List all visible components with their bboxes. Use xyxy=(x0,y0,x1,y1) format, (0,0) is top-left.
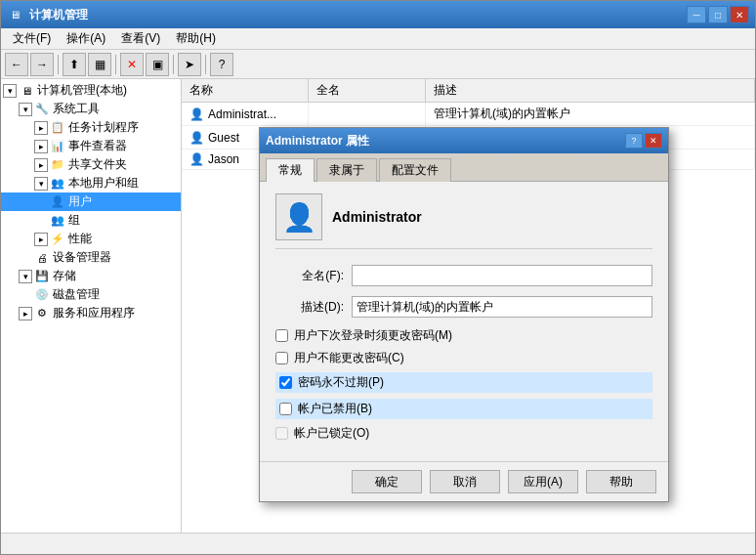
ok-button[interactable]: 确定 xyxy=(352,470,422,493)
properties-button[interactable]: ▣ xyxy=(146,53,169,76)
account-disabled-label: 帐户已禁用(B) xyxy=(298,401,372,417)
groups-icon: 👥 xyxy=(50,213,65,229)
separator-1 xyxy=(58,55,59,74)
desc-label: 描述(D): xyxy=(275,299,344,316)
admin-fullname xyxy=(309,103,426,125)
desc-input[interactable] xyxy=(352,296,652,318)
tree-label-services-apps: 服务和应用程序 xyxy=(53,305,135,321)
forward-button[interactable]: → xyxy=(30,53,54,76)
list-row-admin[interactable]: 👤 Administrat... 管理计算机(域)的内置帐户 xyxy=(182,103,755,126)
cancel-button[interactable]: 取消 xyxy=(430,470,500,493)
cannot-change-pwd-checkbox[interactable] xyxy=(275,352,288,364)
tree-item-event-viewer[interactable]: ▸ 📊 事件查看器 xyxy=(1,137,181,155)
export-button[interactable]: ➤ xyxy=(178,53,201,76)
tree-item-disk-mgmt[interactable]: 💿 磁盘管理 xyxy=(1,285,181,304)
expand-shared-folders[interactable]: ▸ xyxy=(34,158,48,172)
device-mgr-icon: 🖨 xyxy=(34,250,50,266)
dialog-close-button[interactable]: ✕ xyxy=(645,133,662,149)
tree-item-services-apps[interactable]: ▸ ⚙ 服务和应用程序 xyxy=(1,304,181,322)
tab-general[interactable]: 常规 xyxy=(266,158,315,182)
avatar: 👤 xyxy=(275,193,322,240)
jason-name: Jason xyxy=(208,152,239,166)
menu-help[interactable]: 帮助(H) xyxy=(168,28,224,49)
checkbox-row-5: 帐户已锁定(O) xyxy=(275,425,652,442)
minimize-button[interactable]: ─ xyxy=(687,6,706,23)
tree-item-shared-folders[interactable]: ▸ 📁 共享文件夹 xyxy=(1,155,181,174)
checkbox-row-1: 用户下次登录时须更改密码(M) xyxy=(275,327,652,344)
dialog-content: 👤 Administrator 全名(F): 描述(D): 用户下次登录时须更改… xyxy=(260,182,668,461)
expand-services-apps[interactable]: ▸ xyxy=(19,307,32,320)
delete-button[interactable]: ✕ xyxy=(120,53,144,76)
tree-item-performance[interactable]: ▸ ⚡ 性能 xyxy=(1,230,181,248)
dialog-title-buttons: ? ✕ xyxy=(625,133,662,149)
expand-performance[interactable]: ▸ xyxy=(34,233,48,246)
tree-label-device-mgr: 设备管理器 xyxy=(53,249,111,266)
expand-event-viewer[interactable]: ▸ xyxy=(34,140,48,153)
account-locked-checkbox[interactable] xyxy=(275,427,288,440)
expand-computer-mgmt[interactable]: ▾ xyxy=(3,84,17,98)
tab-bar: 常规 隶属于 配置文件 xyxy=(260,153,668,182)
disk-mgmt-icon: 💿 xyxy=(34,287,50,303)
expand-local-users[interactable]: ▾ xyxy=(34,177,48,191)
fullname-row: 全名(F): xyxy=(275,265,652,286)
up-button[interactable]: ⬆ xyxy=(63,53,86,76)
tree-item-computer-mgmt[interactable]: ▾ 🖥 计算机管理(本地) xyxy=(1,81,181,100)
performance-icon: ⚡ xyxy=(50,232,65,247)
admin-header: 👤 Administrator xyxy=(275,193,652,249)
help-button[interactable]: 帮助 xyxy=(586,470,656,493)
tab-member-of[interactable]: 隶属于 xyxy=(316,158,377,182)
tree-label-performance: 性能 xyxy=(68,231,92,247)
tree-panel: ▾ 🖥 计算机管理(本地) ▾ 🔧 系统工具 ▸ 📋 任务计划程序 ▸ xyxy=(1,79,182,533)
menu-bar: 文件(F) 操作(A) 查看(V) 帮助(H) xyxy=(1,28,755,50)
tree-item-users[interactable]: 👤 用户 xyxy=(1,192,181,211)
dialog-help-icon-button[interactable]: ? xyxy=(625,133,643,149)
close-button[interactable]: ✕ xyxy=(730,6,749,23)
tree-item-local-users[interactable]: ▾ 👥 本地用户和组 xyxy=(1,174,181,192)
checkbox-row-3: 密码永不过期(P) xyxy=(275,372,652,393)
account-locked-label: 帐户已锁定(O) xyxy=(294,425,369,442)
pwd-never-expire-label: 密码永不过期(P) xyxy=(298,374,384,391)
separator-2 xyxy=(115,55,116,74)
tab-profile[interactable]: 配置文件 xyxy=(379,158,451,182)
tree-item-task-scheduler[interactable]: ▸ 📋 任务计划程序 xyxy=(1,118,181,137)
menu-file[interactable]: 文件(F) xyxy=(5,28,59,49)
menu-view[interactable]: 查看(V) xyxy=(113,28,168,49)
tree-item-system-tools[interactable]: ▾ 🔧 系统工具 xyxy=(1,100,181,118)
local-users-icon: 👥 xyxy=(50,176,65,192)
admin-name: Administrat... xyxy=(208,107,276,121)
list-header: 名称 全名 描述 xyxy=(182,79,755,103)
window-title: 计算机管理 xyxy=(29,7,683,23)
col-desc: 描述 xyxy=(426,79,755,102)
fullname-label: 全名(F): xyxy=(275,268,344,284)
tree-label-groups: 组 xyxy=(68,212,80,229)
task-scheduler-icon: 📋 xyxy=(50,120,65,136)
change-pwd-checkbox[interactable] xyxy=(275,329,288,342)
shared-folders-icon: 📁 xyxy=(50,157,65,173)
dialog-title: Administrator 属性 xyxy=(266,133,621,149)
maximize-button[interactable]: □ xyxy=(708,6,728,23)
help-toolbar-button[interactable]: ? xyxy=(210,53,233,76)
properties-dialog: Administrator 属性 ? ✕ 常规 隶属于 配置文件 👤 Admin… xyxy=(259,127,669,502)
show-hide-button[interactable]: ▦ xyxy=(88,53,111,76)
expand-task-scheduler[interactable]: ▸ xyxy=(34,121,48,135)
tree-label-task-scheduler: 任务计划程序 xyxy=(68,119,139,136)
tree-item-storage[interactable]: ▾ 💾 存储 xyxy=(1,267,181,285)
tree-item-device-mgr[interactable]: 🖨 设备管理器 xyxy=(1,248,181,267)
fullname-input[interactable] xyxy=(352,265,652,286)
title-bar: 🖥 计算机管理 ─ □ ✕ xyxy=(1,1,755,28)
tree-label-local-users: 本地用户和组 xyxy=(68,175,139,192)
title-bar-buttons: ─ □ ✕ xyxy=(687,6,749,23)
tree-item-groups[interactable]: 👥 组 xyxy=(1,211,181,230)
expand-system-tools[interactable]: ▾ xyxy=(19,103,32,116)
checkbox-group: 用户下次登录时须更改密码(M) 用户不能更改密码(C) 密码永不过期(P) 帐户… xyxy=(275,327,652,442)
expand-storage[interactable]: ▾ xyxy=(19,270,32,283)
app-icon: 🖥 xyxy=(7,7,22,22)
apply-button[interactable]: 应用(A) xyxy=(508,470,578,493)
account-disabled-checkbox[interactable] xyxy=(279,403,292,415)
jason-user-icon: 👤 xyxy=(189,152,204,166)
guest-name: Guest xyxy=(208,131,239,145)
back-button[interactable]: ← xyxy=(5,53,28,76)
separator-3 xyxy=(173,55,174,74)
pwd-never-expire-checkbox[interactable] xyxy=(279,376,292,389)
menu-action[interactable]: 操作(A) xyxy=(59,28,113,49)
